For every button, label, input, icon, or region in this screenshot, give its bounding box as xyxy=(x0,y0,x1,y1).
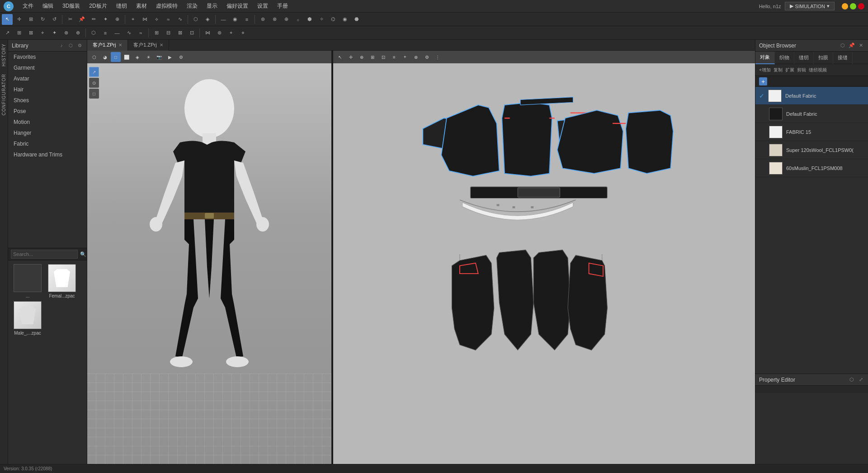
tool-draw[interactable]: ✦ xyxy=(100,14,111,25)
menu-material[interactable]: 素材 xyxy=(132,1,151,11)
tool-gather[interactable]: ∿ xyxy=(175,14,185,25)
nav-fabric[interactable]: Fabric xyxy=(8,138,87,149)
tool-rotate2[interactable]: ↺ xyxy=(49,14,60,25)
configurator-tab[interactable]: CONFIGURATOR xyxy=(0,70,8,119)
pe-pin-btn[interactable]: ⤢ xyxy=(857,376,864,383)
tool-extra-7[interactable]: ⌬ xyxy=(328,14,339,25)
menu-display[interactable]: 显示 xyxy=(203,1,221,11)
tool-weld[interactable]: ⋈ xyxy=(139,14,150,25)
vp3d-light-icon[interactable]: ☀ xyxy=(143,52,153,62)
tool2-dash[interactable]: — xyxy=(112,28,123,38)
ob-tab-sewing[interactable]: 缝纫 xyxy=(794,52,814,64)
history-tab[interactable]: HISTORY xyxy=(0,40,8,70)
ob-close-btn[interactable]: ✕ xyxy=(857,42,864,49)
menu-settings[interactable]: 设置 xyxy=(254,1,272,11)
maximize-button[interactable] xyxy=(850,3,856,9)
tool2-select[interactable]: ↗ xyxy=(2,28,13,38)
tool2-wave[interactable]: ∿ xyxy=(123,28,134,38)
tool-avatar-pose[interactable]: ◈ xyxy=(202,14,213,25)
tool-tuck[interactable]: ≈ xyxy=(163,14,174,25)
tool2-more3[interactable]: ⌖ xyxy=(226,28,236,38)
tool-dart[interactable]: ◉ xyxy=(230,14,241,25)
tool-extra-3[interactable]: ⊕ xyxy=(281,14,292,25)
tool-rotate[interactable]: ↻ xyxy=(37,14,48,25)
nav-hanger[interactable]: Hanger xyxy=(8,128,87,138)
tool2-b2[interactable]: ⊟ xyxy=(163,28,174,38)
ob-tab-buttonhole[interactable]: 扣眼 xyxy=(814,52,833,64)
vp3d-setting-icon[interactable]: ⚙ xyxy=(176,52,186,62)
vp3d-wire-icon[interactable]: ⬜ xyxy=(122,52,132,62)
vp2d-ruler-icon[interactable]: ≡ xyxy=(389,52,399,62)
vp3d-trans-icon[interactable]: ◈ xyxy=(132,52,142,62)
vp-tab-3d-close[interactable]: ✕ xyxy=(118,43,122,47)
viewport-2d[interactable]: ↖ ✛ ⊕ ⊞ ⊡ ≡ ⌖ ⊗ ⚙ ⋮ xyxy=(333,51,755,464)
tool-extra-2[interactable]: ⊗ xyxy=(269,14,280,25)
menu-edit[interactable]: 编辑 xyxy=(39,1,57,11)
tool-pin[interactable]: 📌 xyxy=(76,14,87,25)
tool2-b1[interactable]: ⊞ xyxy=(151,28,162,38)
nav-garment[interactable]: Garment xyxy=(8,62,87,73)
menu-preferences[interactable]: 偏好设置 xyxy=(223,1,252,11)
vp2d-grid-icon[interactable]: ⊡ xyxy=(378,52,388,62)
ob-tab-fabric[interactable]: 织物 xyxy=(775,52,794,64)
menu-file[interactable]: 文件 xyxy=(19,1,37,11)
tool-extra-1[interactable]: ⊛ xyxy=(257,14,268,25)
vp2d-settings-icon[interactable]: ⚙ xyxy=(422,52,432,62)
ob-pin-btn[interactable]: 📌 xyxy=(848,42,855,49)
menu-render[interactable]: 渲染 xyxy=(183,1,201,11)
tool-scale[interactable]: ⊞ xyxy=(25,14,36,25)
tool-stitch[interactable]: ⌖ xyxy=(127,14,138,25)
library-music-icon[interactable]: ♪ xyxy=(58,42,65,49)
search-icon[interactable]: 🔍 xyxy=(80,251,87,258)
vp-tab-2d-close[interactable]: ✕ xyxy=(160,43,163,47)
vp2d-fit-icon[interactable]: ⊞ xyxy=(368,52,377,62)
fabric-item-2[interactable]: FABRIC 15 xyxy=(755,123,868,141)
library-item-unknown[interactable]: ... xyxy=(12,264,43,298)
menu-2d-panel[interactable]: 2D板片 xyxy=(85,1,110,11)
tool2-b3[interactable]: ⊠ xyxy=(175,28,185,38)
tool2-times[interactable]: ⊗ xyxy=(61,28,71,38)
vp3d-side-btn-1[interactable]: ↗ xyxy=(89,67,99,77)
tool2-menu[interactable]: ≡ xyxy=(100,28,111,38)
tool2-b4[interactable]: ⊡ xyxy=(186,28,197,38)
vp3d-side-btn-3[interactable]: □ xyxy=(89,89,99,99)
tool2-plus[interactable]: ⊕ xyxy=(72,28,83,38)
ob-tab-seam[interactable]: 接缝 xyxy=(833,52,853,64)
menu-avatar[interactable]: 虚拟模特 xyxy=(152,1,181,11)
library-item-female[interactable]: Femal...zpac xyxy=(46,264,78,298)
tool2-approx[interactable]: ≈ xyxy=(135,28,146,38)
vp3d-side-btn-2[interactable]: ⊙ xyxy=(89,78,99,88)
tool2-more2[interactable]: ⊛ xyxy=(214,28,225,38)
vp3d-solid-icon[interactable]: □ xyxy=(111,52,121,62)
tool-seam[interactable]: ⟡ xyxy=(151,14,162,25)
vp2d-select-icon[interactable]: ↖ xyxy=(335,52,345,62)
close-button[interactable] xyxy=(858,3,864,9)
menu-help[interactable]: 手册 xyxy=(274,1,292,11)
library-item-male[interactable]: Male_,...zpac xyxy=(12,301,43,336)
menu-sewing[interactable]: 缝纫 xyxy=(113,1,131,11)
tool2-box[interactable]: ⊞ xyxy=(14,28,24,38)
nav-shoes[interactable]: Shoes xyxy=(8,95,87,106)
tool-select[interactable]: ↖ xyxy=(2,14,13,25)
tool2-star[interactable]: ✦ xyxy=(49,28,60,38)
ob-tab-object[interactable]: 对象 xyxy=(755,52,775,64)
vp-tab-3d[interactable]: 客户1.ZPrj ✕ xyxy=(87,40,128,51)
nav-avatar[interactable]: Avatar xyxy=(8,73,87,84)
nav-hardware[interactable]: Hardware and Trims xyxy=(8,149,87,160)
tool-edit[interactable]: ✏ xyxy=(88,14,99,25)
nav-motion[interactable]: Motion xyxy=(8,117,87,128)
library-settings-btn[interactable]: ⚙ xyxy=(76,42,83,49)
nav-favorites[interactable]: Favorites xyxy=(8,52,87,62)
tool-move[interactable]: ✛ xyxy=(14,14,24,25)
minimize-button[interactable] xyxy=(842,3,848,9)
tool-tape[interactable]: — xyxy=(218,14,229,25)
add-fabric-button[interactable]: + xyxy=(759,77,767,85)
vp-tab-2d[interactable]: 客户1.ZPrj ✕ xyxy=(128,40,169,51)
vp2d-extra-icon[interactable]: ⊗ xyxy=(411,52,421,62)
library-search-input[interactable] xyxy=(11,250,78,259)
tool-extra-8[interactable]: ◉ xyxy=(340,14,350,25)
vp3d-shading-icon[interactable]: ◕ xyxy=(100,52,110,62)
vp3d-anim-icon[interactable]: ▶ xyxy=(165,52,175,62)
fabric-item-0[interactable]: ✓ Default Fabric xyxy=(755,87,868,105)
fabric-item-3[interactable]: Super 120sWool_FCL1PSW0( xyxy=(755,141,868,159)
